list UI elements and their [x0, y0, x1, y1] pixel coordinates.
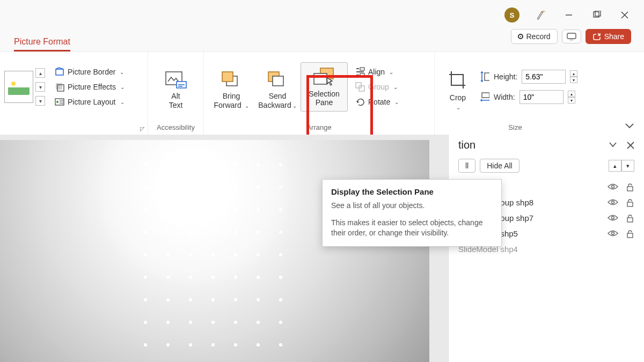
- svg-point-10: [56, 101, 58, 103]
- width-down[interactable]: ▾: [568, 97, 575, 104]
- mic-icon[interactable]: [535, 9, 547, 21]
- width-input[interactable]: [519, 90, 564, 104]
- rotate-label: Rotate: [368, 98, 390, 106]
- present-button[interactable]: [562, 29, 581, 43]
- height-icon: [480, 72, 489, 82]
- picture-effects-label: Picture Effects: [68, 83, 116, 91]
- gallery-up[interactable]: ▴: [35, 68, 45, 78]
- move-down-button[interactable]: ▾: [621, 160, 634, 172]
- lock-icon[interactable]: [626, 183, 634, 191]
- chevron-down-icon: ⌄: [120, 84, 125, 90]
- ribbon: ▴ ▾ ▾ Picture Border⌄ Picture Effects⌄ P…: [0, 51, 644, 135]
- width-up[interactable]: ▴: [568, 91, 575, 97]
- selection-pane-icon: [311, 67, 338, 87]
- width-icon: [480, 92, 489, 102]
- svg-rect-6: [56, 69, 63, 75]
- svg-point-29: [612, 201, 614, 203]
- minimize-button[interactable]: [562, 9, 575, 21]
- chevron-down-icon: ⌄: [456, 105, 460, 110]
- chevron-down-icon: ⌄: [120, 99, 125, 105]
- close-pane-button[interactable]: [627, 142, 634, 149]
- gallery-more[interactable]: ▾: [35, 96, 45, 106]
- hide-all-button[interactable]: Hide All: [480, 159, 519, 173]
- titlebar: S: [0, 0, 644, 30]
- crop-button[interactable]: Crop⌄: [439, 63, 477, 110]
- gallery-down[interactable]: ▾: [35, 82, 45, 92]
- height-input[interactable]: [522, 70, 566, 84]
- collapse-ribbon-button[interactable]: [625, 123, 634, 129]
- height-label: Height:: [494, 72, 517, 81]
- picture-border-label: Picture Border: [68, 68, 115, 76]
- height-up[interactable]: ▴: [570, 70, 577, 77]
- avatar[interactable]: S: [504, 8, 519, 23]
- chevron-down-icon: ⌄: [245, 103, 249, 109]
- align-icon: [355, 67, 365, 77]
- picture-border-menu[interactable]: Picture Border⌄: [55, 67, 125, 77]
- chevron-down-icon: ⌄: [292, 103, 297, 109]
- bring-forward-icon: [220, 71, 243, 89]
- tooltip-line2: This makes it easier to select objects, …: [331, 218, 493, 239]
- svg-rect-5: [567, 33, 576, 39]
- selection-pane-button[interactable]: SelectionPane: [301, 62, 348, 112]
- chevron-down-icon: ⌄: [389, 69, 393, 75]
- show-all-button[interactable]: ll: [458, 159, 475, 173]
- svg-rect-24: [482, 93, 489, 98]
- picture-layout-label: Picture Layout: [68, 98, 116, 106]
- svg-point-31: [612, 216, 614, 219]
- tab-picture-format[interactable]: Picture Format: [14, 37, 70, 51]
- slide-canvas[interactable]: [0, 135, 448, 362]
- lock-icon[interactable]: [626, 214, 634, 223]
- share-button[interactable]: Share: [586, 29, 631, 44]
- dots-overlay: [134, 153, 295, 346]
- group-label-size: Size: [435, 122, 596, 135]
- record-button[interactable]: Record: [511, 29, 558, 44]
- picture-effects-menu[interactable]: Picture Effects⌄: [55, 82, 125, 92]
- lock-icon[interactable]: [626, 198, 634, 207]
- tab-strip: Picture Format Record Share: [0, 30, 644, 51]
- record-label: Record: [526, 32, 551, 41]
- tooltip-line1: See a list of all your objects.: [331, 201, 493, 211]
- group-label-arrange: Arrange: [204, 122, 434, 135]
- height-down[interactable]: ▾: [570, 77, 577, 83]
- svg-point-33: [612, 232, 614, 234]
- chevron-down-icon: ⌄: [120, 69, 124, 75]
- svg-rect-34: [627, 233, 633, 238]
- chevron-down-icon: ⌄: [394, 99, 399, 105]
- svg-rect-28: [627, 187, 633, 191]
- group-menu: Group⌄: [355, 82, 399, 92]
- tooltip-title: Display the Selection Pane: [331, 187, 493, 196]
- maximize-button[interactable]: [590, 9, 603, 21]
- eye-icon[interactable]: [608, 183, 618, 191]
- svg-rect-19: [360, 68, 364, 70]
- svg-rect-14: [222, 72, 233, 82]
- eye-icon[interactable]: [608, 214, 618, 223]
- eye-icon[interactable]: [608, 230, 618, 238]
- lock-icon[interactable]: [626, 230, 634, 238]
- picture-layout-menu[interactable]: Picture Layout⌄: [55, 97, 125, 107]
- send-backward-icon: [266, 71, 289, 89]
- bring-forward-button[interactable]: BringForward ⌄: [208, 64, 254, 109]
- alt-text-icon: [165, 71, 187, 89]
- svg-rect-32: [627, 218, 633, 222]
- eye-icon[interactable]: [608, 198, 618, 207]
- rotate-menu[interactable]: Rotate⌄: [355, 97, 399, 107]
- style-thumb[interactable]: [4, 71, 33, 103]
- svg-rect-21: [356, 83, 361, 88]
- alt-text-button[interactable]: AltText: [153, 64, 199, 109]
- selection-pane: tion ll Hide All ▴ ▾ Model shp6 SliModel…: [448, 135, 644, 362]
- selection-pane-title: tion: [458, 139, 475, 151]
- picture-styles-gallery[interactable]: ▴ ▾ ▾: [4, 68, 49, 106]
- picture-layout-icon: [55, 97, 64, 107]
- svg-rect-23: [485, 73, 489, 80]
- chevron-down-icon[interactable]: [609, 142, 617, 149]
- align-label: Align: [368, 68, 385, 76]
- align-menu[interactable]: Align⌄: [355, 67, 399, 77]
- dialog-launcher-icon[interactable]: ◸: [140, 125, 144, 132]
- group-icon: [355, 82, 365, 92]
- close-button[interactable]: [618, 9, 631, 21]
- move-up-button[interactable]: ▴: [609, 160, 621, 172]
- svg-point-27: [612, 185, 614, 188]
- present-icon: [567, 33, 576, 40]
- send-backward-button[interactable]: SendBackward⌄: [254, 64, 301, 109]
- crop-icon: [447, 69, 469, 91]
